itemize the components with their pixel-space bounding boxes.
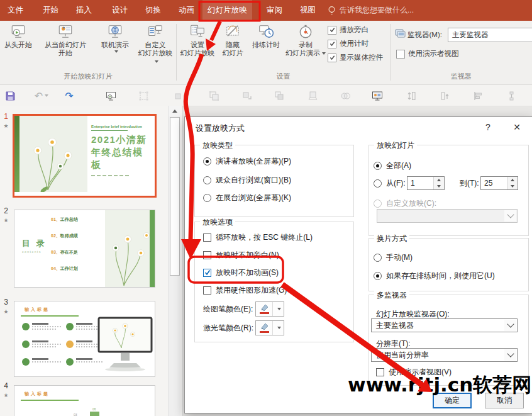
redo-icon[interactable]: ↷ (63, 89, 75, 102)
radio-use-timings[interactable]: 如果存在排练时间，则使用它(U) (374, 271, 495, 281)
rehearse-timings-icon (258, 23, 274, 40)
radio-from-slide[interactable]: 从(F): (374, 178, 406, 188)
tab-file[interactable]: 文件 (8, 0, 23, 21)
checkbox-checked-icon (328, 53, 336, 62)
show-media-controls-checkbox[interactable]: 显示媒体控件 (328, 53, 383, 62)
undo-icon[interactable]: ↶ (35, 89, 48, 102)
slide-4-thumbnail[interactable]: 输入标题 06 03 (14, 385, 155, 416)
spin-up-icon[interactable] (507, 177, 518, 183)
copy-object-icon (306, 89, 319, 102)
checkbox-without-animation[interactable]: 放映时不加动画(S) (203, 267, 279, 278)
from-beginning-button[interactable]: 从头开始 (1, 23, 35, 49)
radio-browsed-at-kiosk[interactable]: 在展台浏览(全屏幕)(K) (203, 193, 291, 203)
laser-color-label: 激光笔颜色(R): (203, 323, 253, 333)
checkbox-without-narration[interactable]: 放映时不加旁白(N) (203, 250, 279, 260)
tab-view[interactable]: 视图 (300, 0, 316, 21)
group-set-up: 设置 幻灯片放映 隐藏 幻灯片 排练计时 (177, 21, 390, 84)
record-slide-show-button[interactable]: 录制 幻灯片演示 (284, 23, 328, 57)
slide2-item-3: 03、存在不足 (51, 249, 78, 256)
tab-slide-show[interactable]: 幻灯片放映 (202, 0, 252, 21)
save-icon[interactable] (4, 89, 16, 102)
show-slides-group-label: 放映幻灯片 (374, 140, 417, 151)
chevron-down-icon (507, 320, 514, 327)
distribute-vertical-icon (505, 89, 518, 102)
slide1-title-line1: 2021小清新 (91, 133, 152, 146)
slide3-item (22, 323, 61, 330)
watermark-text: www.rjtj.cn软荐网 (348, 372, 531, 398)
radio-selected-icon (203, 157, 211, 166)
set-up-slide-show-button[interactable]: 设置 幻灯片放映 (179, 23, 216, 57)
use-timings-checkbox[interactable]: 使用计时 (328, 39, 369, 48)
present-online-button[interactable]: 联机演示 (96, 23, 135, 53)
tab-transitions[interactable]: 切换 (145, 0, 161, 21)
presentation-views-icon[interactable] (371, 89, 384, 102)
radio-all-slides[interactable]: 全部(A) (374, 160, 411, 171)
thumbnail-scrollbar[interactable] (168, 106, 180, 416)
dropdown-caret-icon (114, 50, 118, 53)
animation-star-icon: ★ (1, 308, 11, 315)
from-current-slide-icon (57, 23, 74, 40)
slide-4-number: 4 (1, 381, 11, 390)
group-label-set-up: 设置 (177, 72, 390, 81)
resolution-dropdown[interactable]: 使用当前分辨率 (371, 348, 518, 362)
scrollbar-up-button[interactable] (169, 106, 180, 116)
from-slide-spinner[interactable]: 1 (407, 176, 445, 190)
radio-presented-by-speaker[interactable]: 演讲者放映(全屏幕)(P) (203, 156, 291, 166)
laser-color-picker[interactable] (255, 320, 284, 335)
slide-2-thumbnail[interactable]: 目 录 contents 01、工作总结 02、取得成绩 03、存在不足 04、… (14, 210, 155, 288)
dialog-help-button[interactable]: ? (479, 120, 497, 135)
from-beginning-icon (10, 23, 26, 40)
slide2-item-2: 02、取得成绩 (51, 233, 78, 239)
to-slide-spinner[interactable]: 25 (480, 176, 518, 190)
tab-home[interactable]: 开始 (43, 0, 58, 21)
play-narrations-checkbox[interactable]: 播放旁白 (328, 25, 369, 35)
resolution-label: 分辨率(T): (376, 339, 411, 349)
checkbox-loop-continuously[interactable]: 循环放映，按 ESC 键终止(L) (203, 232, 313, 242)
dialog-close-button[interactable]: ✕ (507, 120, 527, 135)
spin-down-icon[interactable] (434, 183, 444, 189)
align-left-icon (472, 89, 484, 102)
checkbox-unchecked-icon (396, 50, 405, 59)
radio-manual-advance[interactable]: 手动(M) (374, 252, 413, 262)
monitor-dropdown[interactable]: 主要监视器 (448, 28, 532, 42)
tell-me-label: 告诉我您想要做什么... (340, 0, 414, 21)
slide-1-thumbnail[interactable]: Enterprise brief introduction 2021小清新 年终… (13, 114, 157, 198)
send-backward-icon (273, 89, 285, 102)
tab-animations[interactable]: 动画 (179, 0, 194, 21)
spin-down-icon[interactable] (507, 183, 518, 189)
slide-3-thumbnail[interactable]: 输入标题 (14, 301, 155, 377)
checkbox-checked-icon (328, 26, 336, 35)
radio-browsed-by-individual[interactable]: 观众自行浏览(窗口)(B) (203, 175, 291, 185)
item-icon (22, 323, 30, 330)
tab-design[interactable]: 设计 (112, 0, 128, 21)
slide-2-number: 2 (1, 206, 11, 215)
item-icon (66, 358, 74, 366)
from-current-slide-button[interactable]: 从当前幻灯片 开始 (36, 23, 94, 57)
slide4-title-underline (21, 400, 79, 401)
tell-me-box[interactable]: 告诉我您想要做什么... (328, 0, 414, 21)
ribbon: 从头开始 从当前幻灯片 开始 联机演示 (0, 21, 532, 85)
checkbox-checked-icon (328, 40, 336, 48)
start-slideshow-icon[interactable] (104, 89, 117, 102)
use-presenter-view-checkbox[interactable]: 使用演示者视图 (396, 49, 459, 59)
tab-insert[interactable]: 插入 (76, 0, 92, 21)
slide2-item-4: 04、工作计划 (51, 266, 78, 272)
advance-slides-group: 换片方式 (369, 238, 529, 291)
group-label-start-slide-show: 开始放映幻灯片 (0, 72, 176, 81)
scrollbar-thumb[interactable] (170, 117, 180, 276)
checkbox-disable-hardware-acceleration[interactable]: 禁用硬件图形加速(G) (203, 285, 287, 295)
pen-color-picker[interactable] (255, 301, 284, 317)
dropdown-caret-icon (272, 321, 284, 335)
slide4-title: 输入标题 (25, 391, 50, 397)
slide4-chart-label-03: 03 (74, 413, 77, 416)
slideshow-monitor-label: 幻灯片放映监视器(O): (376, 309, 450, 319)
rehearse-timings-button[interactable]: 排练计时 (249, 23, 283, 49)
radio-icon (374, 179, 382, 188)
pen-color-label: 绘图笔颜色(E): (203, 304, 253, 314)
hide-slide-button[interactable]: 隐藏 幻灯片 (217, 23, 248, 57)
spin-up-icon[interactable] (434, 177, 444, 183)
item-icon (66, 340, 74, 348)
tab-review[interactable]: 审阅 (267, 0, 282, 21)
custom-slide-show-button[interactable]: 自定义 幻灯片放映 (136, 23, 175, 65)
slideshow-monitor-dropdown[interactable]: 主要监视器 (371, 318, 518, 332)
